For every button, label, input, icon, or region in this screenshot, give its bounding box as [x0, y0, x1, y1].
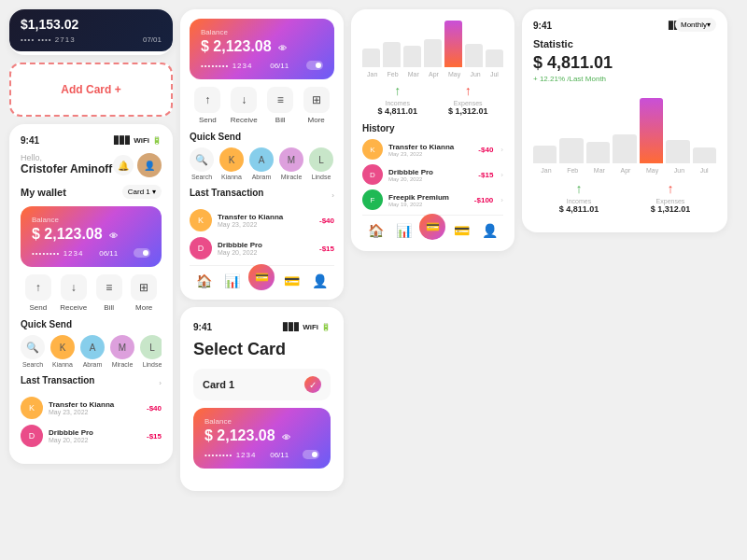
- user-avatar[interactable]: 👤: [137, 153, 162, 177]
- hist3-info: Freepik Premium May 19, 2022: [388, 193, 469, 207]
- nav-card-icon[interactable]: 💳: [280, 272, 303, 290]
- col2-miracle[interactable]: M Miracle: [279, 147, 303, 180]
- add-card-text: Add Card +: [22, 83, 160, 96]
- chevron-down-icon: ▾: [707, 21, 711, 29]
- nav-home-icon[interactable]: 🏠: [192, 272, 216, 290]
- stat-income: ↑ Incomes $ 4,811.01: [559, 181, 599, 214]
- col2-card-toggle[interactable]: [306, 61, 323, 70]
- quick-send-list: 🔍 Search K Kianna A Abram M Miracle L: [21, 335, 162, 368]
- col2-abram[interactable]: A Abram: [249, 147, 274, 180]
- bill-button[interactable]: ≡ Bill: [96, 274, 122, 312]
- fab-button[interactable]: 💳: [248, 264, 275, 290]
- status-icons: ▊▊▊ WiFi 🔋: [114, 136, 162, 145]
- col2-see-more[interactable]: ›: [331, 191, 334, 200]
- hist3-icon: F: [362, 189, 383, 210]
- statistic-status-time: 9:41: [533, 21, 552, 31]
- col2-tx1-icon: K: [190, 209, 212, 231]
- nav-user-icon[interactable]: 👤: [308, 272, 331, 290]
- receive-button[interactable]: ↓ Receive: [60, 274, 87, 312]
- col3-bottom-nav: 🏠 📊 💳 💳 👤: [362, 215, 503, 240]
- col2-more-label: More: [308, 116, 325, 124]
- col2-bill-icon: ≡: [267, 87, 293, 113]
- select-wifi-icon: WiFi: [303, 323, 318, 331]
- person-kianna[interactable]: K Kianna: [50, 335, 75, 368]
- user-name: Cristofer Aminoff: [21, 162, 112, 175]
- notification-bell[interactable]: 🔔: [113, 155, 134, 175]
- chart2-bar-0: [533, 146, 557, 163]
- person-miracle[interactable]: M Miracle: [110, 335, 134, 368]
- col2-kianna-avatar: K: [219, 147, 244, 172]
- chart2-bar-2: [586, 142, 610, 163]
- stat-expense-value: $ 1,312.01: [651, 204, 691, 214]
- col3-nav-chart[interactable]: 📊: [392, 221, 416, 240]
- monthly-dropdown[interactable]: Monthly ▾: [675, 18, 716, 32]
- tx1-name: Transfer to Kianna: [49, 400, 141, 409]
- col2-kianna-label: Kianna: [221, 174, 242, 180]
- col2-tx2-amount: -$15: [319, 245, 334, 253]
- col3-fab[interactable]: 💳: [419, 214, 445, 240]
- chart1-bar-2: [403, 46, 421, 67]
- col3-nav-user[interactable]: 👤: [478, 221, 501, 240]
- select-card-toggle[interactable]: [303, 450, 319, 459]
- top-card-number: •••• •••• 2713: [21, 35, 76, 44]
- hist2-chevron[interactable]: ›: [500, 171, 503, 179]
- person-lindse[interactable]: L Lindse: [140, 335, 162, 368]
- expense-stat: ↑ Expenses $ 1,312.01: [448, 83, 488, 116]
- col2-kianna[interactable]: K Kianna: [219, 147, 244, 180]
- col2-more-button[interactable]: ⊞ More: [303, 87, 330, 124]
- top-dark-card: $1,153.02 •••• •••• 2713 07/01: [9, 9, 173, 51]
- last-tx-header: Last Transaction ›: [21, 375, 162, 391]
- chart2-bar-3: [613, 134, 636, 163]
- col2-lindse[interactable]: L Lindse: [309, 147, 333, 180]
- col2-tx1-info: Transfer to Kianna May 23, 2022: [218, 213, 314, 228]
- expense-icon: ↑: [448, 83, 488, 98]
- send-button[interactable]: ↑ Send: [25, 274, 51, 312]
- label-apr: Apr: [429, 71, 439, 77]
- hist3-name: Freepik Premium: [388, 193, 469, 202]
- col2-eye-icon[interactable]: 👁: [278, 44, 287, 53]
- balance-amount: $ 2,123.08 👁: [32, 226, 150, 243]
- eye-icon[interactable]: 👁: [109, 231, 118, 241]
- tx1-info: Transfer to Kianna May 23, 2022: [49, 400, 141, 415]
- quick-send-title: Quick Send: [21, 319, 162, 329]
- col2-send-button[interactable]: ↑ Send: [194, 87, 220, 124]
- hist3-chevron[interactable]: ›: [500, 196, 503, 204]
- col2-tx1-name: Transfer to Kianna: [218, 213, 314, 221]
- chart1-bar-0: [362, 49, 380, 67]
- statistic-change: + 12.21% /Last Month: [533, 75, 613, 83]
- select-eye-icon[interactable]: 👁: [282, 433, 290, 442]
- add-card-panel[interactable]: Add Card +: [9, 63, 173, 117]
- chart1-bar-6: [486, 49, 503, 67]
- col2-lindse-avatar: L: [309, 147, 333, 172]
- person-abram[interactable]: A Abram: [80, 335, 105, 368]
- col2-more-icon: ⊞: [303, 87, 330, 113]
- col2-receive-label: Receive: [231, 116, 258, 124]
- more-button[interactable]: ⊞ More: [131, 274, 157, 312]
- history-row-3: F Freepik Premium May 19, 2022 -$100 ›: [362, 189, 503, 210]
- search-person[interactable]: 🔍 Search: [21, 335, 45, 368]
- col2-bill-button[interactable]: ≡ Bill: [267, 87, 293, 124]
- select-card-panel: 9:41 ▊▊▊ WiFi 🔋 Select Card Card 1 ✓ Bal…: [180, 307, 344, 491]
- hist1-chevron[interactable]: ›: [500, 146, 503, 154]
- chart2-bar-4: [640, 98, 663, 163]
- see-more-link[interactable]: ›: [159, 379, 162, 387]
- card-selector[interactable]: Card 1 ▾: [122, 185, 162, 199]
- nav-chart-icon[interactable]: 📊: [220, 272, 244, 290]
- col2-abram-label: Abram: [252, 174, 272, 180]
- bill-icon: ≡: [96, 274, 122, 301]
- select-card-title: Select Card: [193, 340, 331, 359]
- col2-receive-button[interactable]: ↓ Receive: [231, 87, 258, 124]
- col3-nav-card[interactable]: 💳: [450, 221, 473, 240]
- hist3-date: May 19, 2022: [388, 202, 469, 207]
- tx1-amount: -$40: [147, 404, 162, 413]
- card-toggle[interactable]: [134, 248, 150, 258]
- balance-label: Balance: [32, 216, 150, 224]
- col2-search[interactable]: 🔍 Search: [190, 147, 214, 180]
- transaction-row-1: K Transfer to Kianna May 23, 2022 -$40: [21, 397, 162, 419]
- last-tx-title: Last Transaction: [21, 375, 94, 385]
- stat-label-jul: Jul: [700, 167, 709, 174]
- col3-nav-home[interactable]: 🏠: [364, 221, 388, 240]
- card-option-1[interactable]: Card 1 ✓: [193, 369, 331, 400]
- search-icon: 🔍: [21, 335, 45, 359]
- select-card-number: •••••••• 1234: [204, 451, 256, 459]
